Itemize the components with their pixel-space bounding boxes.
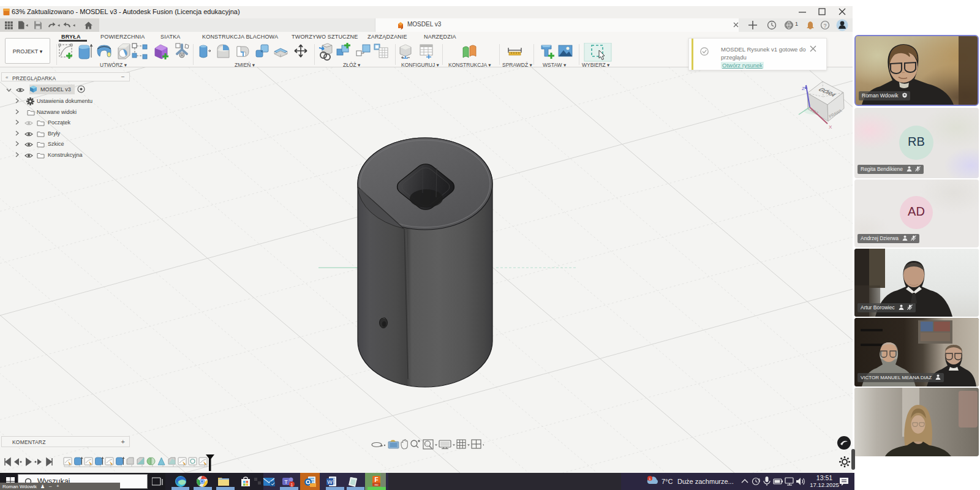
svg-text:F: F: [374, 477, 378, 483]
svg-text:1: 1: [291, 483, 293, 487]
svg-text:W: W: [327, 479, 333, 485]
svg-text:360: 360: [374, 483, 379, 486]
svg-text:?: ?: [823, 23, 826, 29]
svg-text:X: X: [829, 124, 832, 130]
svg-text:T: T: [284, 479, 288, 485]
svg-text:Z: Z: [802, 86, 805, 91]
